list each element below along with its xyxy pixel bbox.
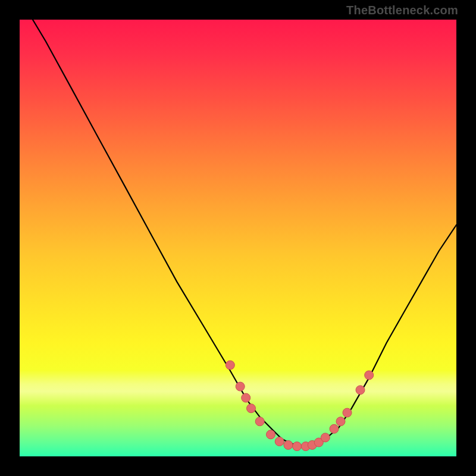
plot-area: [20, 20, 456, 456]
chart-stage: TheBottleneck.com: [0, 0, 476, 476]
watermark-text: TheBottleneck.com: [346, 4, 458, 17]
